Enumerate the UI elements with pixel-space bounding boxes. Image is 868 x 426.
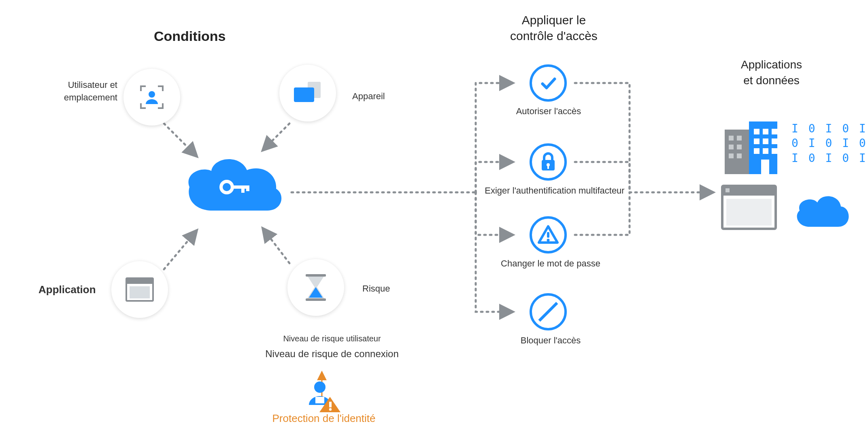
device-bubble [279, 65, 336, 121]
application-window-icon [125, 277, 155, 302]
apps-heading: Applications et données [741, 57, 802, 88]
svg-rect-40 [737, 145, 742, 149]
svg-rect-35 [772, 148, 777, 154]
svg-rect-17 [241, 185, 245, 193]
svg-rect-33 [754, 148, 760, 154]
user-location-label: Utilisateur et emplacement [49, 79, 117, 104]
svg-rect-22 [547, 232, 549, 238]
svg-rect-32 [772, 138, 777, 144]
block-access-icon [530, 293, 567, 330]
user-location-icon [138, 83, 166, 111]
svg-line-24 [539, 303, 557, 321]
cloud-key [182, 150, 287, 224]
svg-line-3 [263, 229, 289, 263]
svg-rect-14 [306, 298, 326, 301]
svg-rect-44 [722, 186, 776, 196]
application-bubble [111, 261, 168, 318]
device-icon [291, 80, 324, 106]
svg-rect-13 [306, 274, 326, 277]
svg-rect-28 [763, 129, 768, 134]
risk-signin-level-label: Niveau de risque de connexion [247, 348, 417, 360]
mfa-icon [530, 143, 567, 181]
cloud-icon [791, 190, 852, 232]
svg-rect-38 [737, 136, 742, 141]
svg-rect-42 [737, 153, 742, 158]
checkmark-icon [538, 73, 558, 93]
risk-bubble [287, 259, 344, 316]
building-icon [721, 117, 781, 180]
svg-rect-12 [130, 286, 150, 298]
svg-line-2 [164, 231, 196, 269]
hourglass-icon [305, 273, 327, 302]
svg-point-50 [329, 408, 332, 411]
risk-user-level-label: Niveau de risque utilisateur [267, 334, 397, 343]
svg-rect-9 [294, 87, 314, 102]
svg-rect-27 [754, 129, 760, 134]
svg-point-47 [314, 381, 326, 393]
svg-rect-49 [329, 402, 332, 407]
block-access-label: Bloquer l'accès [510, 335, 591, 346]
svg-point-23 [547, 239, 550, 242]
user-location-bubble [123, 69, 180, 126]
svg-rect-48 [315, 397, 324, 403]
conditions-heading: Conditions [154, 28, 226, 44]
svg-point-7 [149, 91, 155, 98]
svg-rect-41 [729, 153, 734, 158]
svg-rect-45 [725, 188, 730, 192]
svg-rect-11 [126, 278, 153, 284]
allow-access-icon [530, 64, 567, 102]
svg-rect-39 [729, 145, 734, 149]
svg-rect-46 [726, 199, 772, 226]
binary-data-icon: I 0 I 0 I 0 0 I 0 I 0 I I 0 I 0 I 0 [791, 121, 868, 166]
app-window-icon [721, 184, 777, 232]
svg-rect-36 [761, 160, 769, 174]
change-password-icon [530, 216, 567, 253]
svg-rect-31 [763, 138, 768, 144]
svg-line-1 [263, 124, 289, 150]
diagram-stage: Conditions Appliquer le contrôle d'accès… [0, 0, 868, 426]
change-password-label: Changer le mot de passe [490, 258, 611, 269]
svg-rect-29 [772, 129, 777, 134]
risk-label: Risque [362, 283, 390, 294]
svg-rect-18 [246, 185, 249, 191]
allow-access-label: Autoriser l'accès [506, 106, 591, 117]
identity-protection-label: Protection de l'identité [259, 412, 389, 425]
svg-rect-37 [729, 136, 734, 141]
block-icon [532, 296, 564, 328]
device-label: Appareil [352, 91, 385, 102]
svg-rect-21 [547, 166, 549, 169]
cloud-key-icon [182, 150, 287, 223]
enforce-heading: Appliquer le contrôle d'accès [510, 12, 598, 44]
application-label: Application [38, 283, 96, 296]
svg-rect-30 [754, 138, 760, 144]
identity-protection-icon [306, 381, 342, 415]
lock-icon [539, 152, 557, 172]
mfa-label: Exiger l'authentification multifacteur [470, 185, 640, 196]
svg-rect-34 [763, 148, 768, 154]
warning-triangle-icon [537, 225, 559, 245]
